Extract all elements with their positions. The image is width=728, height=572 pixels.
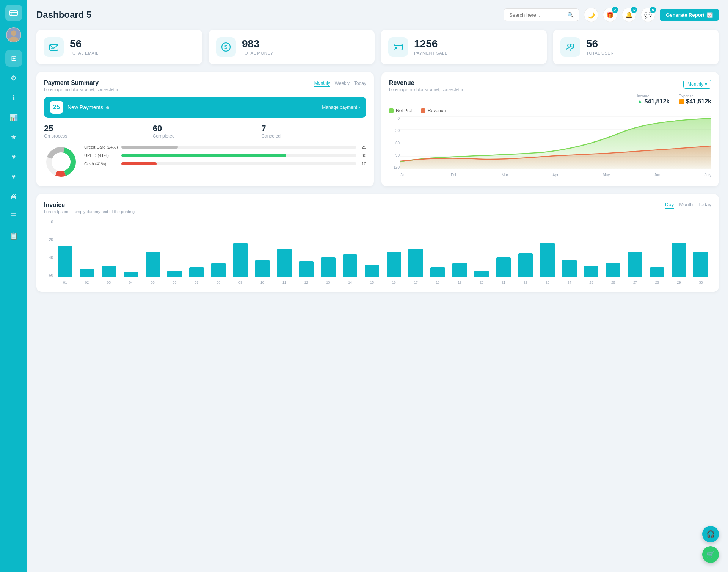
bar-x-label-23: 23 [537, 281, 558, 284]
tab-weekly[interactable]: Weekly [335, 80, 350, 87]
bar-fill-09 [233, 243, 248, 277]
payment-bar-cash: Cash (41%) 10 [84, 161, 366, 166]
chat-notifications-btn[interactable]: 💬 5 [641, 8, 655, 22]
sidebar-item-dashboard[interactable]: ⊞ [5, 50, 22, 67]
bar-fill-14 [343, 254, 357, 277]
x-label-july: July [704, 173, 711, 177]
tab-monthly[interactable]: Monthly [314, 80, 330, 87]
net-profit-dot [389, 108, 394, 113]
x-label-feb: Feb [451, 173, 457, 177]
bar-col-26 [603, 220, 624, 277]
payment-bars: Credit Card (24%) 25 UPI ID (41%) 60 [84, 145, 366, 179]
bar-y-60: 60 [44, 273, 53, 277]
search-icon: 🔍 [567, 12, 574, 18]
legend-net-profit: Net Profit [389, 108, 415, 113]
search-input[interactable] [509, 12, 564, 18]
manage-payment-link[interactable]: Manage payment › [322, 105, 360, 110]
bar-col-12 [296, 220, 317, 277]
new-payments-label: New Payments [67, 104, 317, 110]
income-trend-icon: ▲ [637, 98, 643, 105]
gift-badge: 2 [612, 7, 618, 13]
sidebar-item-list[interactable]: 📋 [5, 227, 22, 244]
user-avatar[interactable] [6, 27, 21, 42]
bar-fill-21 [496, 257, 511, 277]
user-icon [560, 37, 580, 57]
bar-col-09 [230, 220, 251, 277]
bar-fill-01 [58, 246, 72, 277]
bar-x-label-30: 30 [690, 281, 711, 284]
bar-x-label-09: 09 [230, 281, 251, 284]
generate-report-button[interactable]: Generate Report 📈 [660, 9, 719, 21]
sidebar-item-star[interactable]: ★ [5, 129, 22, 146]
revenue-chart-svg-container [400, 116, 711, 169]
credit-track [121, 146, 356, 149]
bar-col-08 [208, 220, 229, 277]
bar-fill-05 [146, 252, 160, 277]
invoice-y-axis: 60 40 20 0 [44, 220, 53, 277]
bar-col-02 [77, 220, 97, 277]
bar-x-label-16: 16 [383, 281, 404, 284]
income-item: Income ▲ $41,512k [637, 94, 670, 105]
expense-trend-icon: 🟧 [679, 99, 684, 104]
trio-completed: 60 Completed [153, 124, 258, 139]
dark-mode-toggle[interactable]: 🌙 [584, 8, 598, 22]
income-value: ▲ $41,512k [637, 98, 670, 105]
bar-fill-22 [518, 253, 533, 277]
cash-fill [121, 162, 157, 165]
revenue-monthly-dropdown[interactable]: Monthly ▾ [683, 80, 711, 89]
sidebar-item-chart[interactable]: 📊 [5, 109, 22, 126]
bar-fill-10 [255, 260, 270, 277]
bar-fill-17 [408, 249, 423, 277]
sidebar-item-printer[interactable]: 🖨 [5, 188, 22, 205]
payment-methods: Credit Card (24%) 25 UPI ID (41%) 60 [44, 145, 366, 179]
bar-x-label-18: 18 [427, 281, 448, 284]
y-label-0: 0 [389, 116, 400, 121]
email-label: TOTAL EMAIL [70, 51, 99, 55]
bar-fill-25 [584, 266, 598, 277]
cart-fab[interactable]: 🛒 [702, 546, 719, 563]
y-label-60: 60 [389, 141, 400, 145]
bar-col-06 [164, 220, 185, 277]
inv-tab-month[interactable]: Month [679, 202, 693, 209]
sidebar-item-heart2[interactable]: ♥ [5, 168, 22, 185]
tab-today[interactable]: Today [354, 80, 366, 87]
payment-summary-title-block: Payment Summary Lorem ipsum dolor sit am… [44, 80, 118, 92]
stat-info-email: 56 TOTAL EMAIL [70, 39, 99, 55]
bar-fill-06 [167, 271, 182, 277]
bar-x-label-04: 04 [120, 281, 141, 284]
user-label: TOTAL USER [586, 51, 614, 55]
bar-col-17 [405, 220, 426, 277]
np-dot [106, 106, 109, 109]
email-icon [44, 37, 64, 57]
sidebar-item-heart1[interactable]: ♥ [5, 149, 22, 165]
stat-info-user: 56 TOTAL USER [586, 39, 614, 55]
canceled-label: Canceled [261, 133, 366, 139]
bar-col-19 [449, 220, 470, 277]
gift-notifications-btn[interactable]: 🎁 2 [603, 8, 617, 22]
bar-fill-29 [672, 243, 686, 277]
sidebar-item-settings[interactable]: ⚙ [5, 70, 22, 86]
bar-x-label-06: 06 [164, 281, 185, 284]
inv-tab-day[interactable]: Day [665, 202, 674, 209]
on-process-number: 25 [44, 124, 149, 133]
sidebar-logo[interactable] [5, 5, 22, 21]
sidebar-item-menu[interactable]: ☰ [5, 208, 22, 224]
bar-x-label-19: 19 [449, 281, 470, 284]
cash-label: Cash (41%) [84, 161, 118, 166]
sidebar-item-info[interactable]: ℹ [5, 89, 22, 106]
bar-x-label-26: 26 [603, 281, 624, 284]
main-content: Dashboard 5 🔍 🌙 🎁 2 🔔 12 💬 5 Generate Re… [27, 0, 728, 572]
chat-badge: 5 [650, 7, 656, 13]
bar-fill-30 [693, 252, 708, 277]
support-fab[interactable]: 🎧 [702, 526, 719, 542]
revenue-dot [421, 108, 425, 113]
y-label-90: 90 [389, 153, 400, 157]
bar-y-0: 0 [44, 220, 53, 224]
bar-x-label-05: 05 [142, 281, 163, 284]
payment-summary-subtitle: Lorem ipsum dolor sit amet, consectetur [44, 87, 118, 92]
inv-tab-today[interactable]: Today [698, 202, 711, 209]
bar-fill-15 [365, 265, 379, 277]
upi-value: 60 [359, 153, 366, 158]
stat-info-money: 983 TOTAL MONEY [242, 39, 273, 55]
bell-notifications-btn[interactable]: 🔔 12 [622, 8, 636, 22]
